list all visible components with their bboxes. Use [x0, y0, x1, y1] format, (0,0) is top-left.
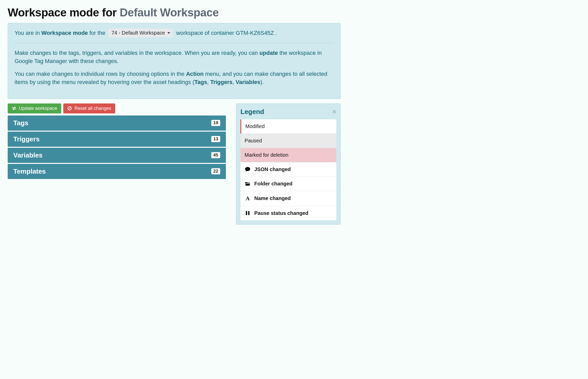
info-panel: You are in Workspace mode for the 74 - D…: [8, 23, 341, 99]
legend-item-pause-status-changed: Pause status changed: [240, 206, 336, 220]
legend-item-label: Marked for deletion: [245, 152, 288, 158]
legend-item-json-changed: JSON changed: [240, 162, 336, 177]
update-workspace-label: Update workspace: [19, 106, 57, 111]
action-button-row: Update workspace Reset all changes: [8, 103, 226, 113]
legend-item-label: Pause status changed: [254, 210, 308, 216]
legend-header: Legend ×: [240, 108, 336, 116]
folder-open-icon: [245, 181, 251, 186]
section-templates[interactable]: Templates 22: [8, 164, 226, 179]
legend-item-label: Folder changed: [254, 181, 292, 187]
page-title: Workspace mode for Default Workspace: [8, 6, 341, 19]
info-suffix-1: workspace of container: [176, 30, 234, 36]
ban-icon: [67, 106, 72, 111]
reset-all-label: Reset all changes: [75, 106, 111, 111]
legend-item-paused: Paused: [240, 134, 336, 148]
info-paragraph-1: Make changes to the tags, triggers, and …: [15, 49, 334, 65]
info-container-id: GTM-KZ6S45Z: [236, 30, 274, 36]
legend-item-name-changed: A Name changed: [240, 191, 336, 206]
workspace-selector[interactable]: 74 - Default Workspace: [108, 28, 173, 37]
info-paragraph-2: You can make changes to individual rows …: [15, 70, 334, 86]
workspace-selector-label: 74 - Default Workspace: [111, 30, 165, 36]
info-divider: [15, 43, 334, 43]
svg-line-1: [68, 107, 71, 110]
info-context-line: You are in Workspace mode for the 74 - D…: [15, 28, 334, 37]
legend-list: Modified Paused Marked for deletion JSON…: [240, 119, 336, 220]
font-a-icon: A: [245, 195, 251, 202]
section-count-badge: 22: [211, 168, 220, 174]
legend-item-marked-deletion: Marked for deletion: [240, 148, 336, 162]
info-suffix-2: .: [275, 30, 277, 36]
speech-bubble-icon: [245, 167, 251, 172]
section-label: Tags: [13, 119, 28, 127]
reset-all-button[interactable]: Reset all changes: [63, 103, 115, 113]
legend-item-label: JSON changed: [254, 166, 291, 172]
pause-icon: [245, 210, 251, 216]
legend-item-label: Modified: [245, 123, 265, 129]
info-for-the: for the: [89, 30, 105, 36]
close-icon[interactable]: ×: [332, 108, 336, 115]
section-label: Triggers: [13, 135, 40, 143]
info-mode-label: Workspace mode: [41, 30, 88, 36]
title-workspace-name: Default Workspace: [120, 6, 219, 19]
legend-title: Legend: [240, 108, 264, 116]
swap-icon: [12, 107, 16, 110]
section-count-badge: 13: [211, 136, 220, 142]
legend-item-folder-changed: Folder changed: [240, 177, 336, 191]
section-count-badge: 19: [211, 120, 220, 126]
section-tags[interactable]: Tags 19: [8, 115, 226, 131]
section-label: Variables: [13, 151, 43, 159]
svg-rect-3: [248, 211, 249, 215]
update-workspace-button[interactable]: Update workspace: [8, 103, 61, 113]
title-prefix: Workspace mode for: [8, 6, 120, 19]
section-variables[interactable]: Variables 45: [8, 148, 226, 163]
info-prefix: You are in: [15, 30, 40, 36]
section-label: Templates: [13, 167, 46, 175]
section-count-badge: 45: [211, 152, 220, 158]
chevron-down-icon: [167, 32, 170, 34]
legend-item-label: Paused: [245, 138, 262, 144]
section-triggers[interactable]: Triggers 13: [8, 132, 226, 147]
svg-rect-2: [246, 211, 247, 215]
legend-item-label: Name changed: [254, 195, 291, 201]
legend-panel: Legend × Modified Paused Marked for dele…: [236, 103, 341, 225]
legend-item-modified: Modified: [240, 119, 336, 134]
